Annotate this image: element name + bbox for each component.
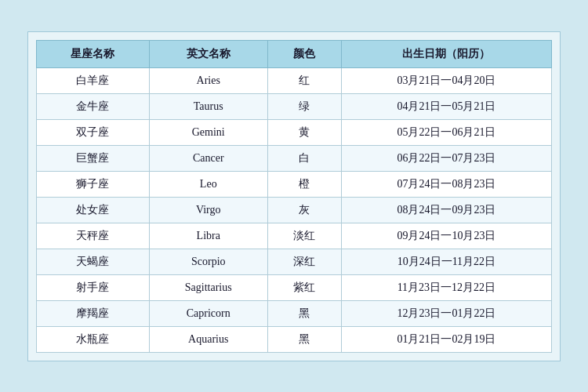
cell-dates: 04月21日一05月21日 bbox=[341, 93, 551, 119]
table-row: 水瓶座Aquarius黑01月21日一02月19日 bbox=[37, 326, 552, 352]
cell-english: Leo bbox=[149, 171, 267, 197]
cell-color: 黄 bbox=[267, 119, 341, 145]
table-row: 巨蟹座Cancer白06月22日一07月23日 bbox=[37, 145, 552, 171]
cell-chinese: 水瓶座 bbox=[37, 326, 150, 352]
cell-color: 橙 bbox=[267, 171, 341, 197]
cell-english: Scorpio bbox=[149, 249, 267, 274]
zodiac-table: 星座名称 英文名称 颜色 出生日期（阳历） 白羊座Aries红03月21日一04… bbox=[36, 40, 552, 353]
cell-english: Aries bbox=[149, 67, 267, 93]
table-row: 狮子座Leo橙07月24日一08月23日 bbox=[37, 171, 552, 197]
cell-dates: 10月24日一11月22日 bbox=[341, 249, 551, 274]
cell-color: 深红 bbox=[267, 249, 341, 274]
cell-color: 绿 bbox=[267, 93, 341, 119]
table-row: 天秤座Libra淡红09月24日一10月23日 bbox=[37, 223, 552, 249]
col-header-chinese: 星座名称 bbox=[37, 40, 150, 67]
cell-dates: 08月24日一09月23日 bbox=[341, 197, 551, 223]
cell-dates: 09月24日一10月23日 bbox=[341, 223, 551, 249]
cell-color: 淡红 bbox=[267, 223, 341, 249]
cell-english: Sagittarius bbox=[149, 274, 267, 300]
cell-dates: 12月23日一01月22日 bbox=[341, 300, 551, 326]
cell-chinese: 狮子座 bbox=[37, 171, 150, 197]
cell-english: Gemini bbox=[149, 119, 267, 145]
cell-color: 黑 bbox=[267, 326, 341, 352]
table-body: 白羊座Aries红03月21日一04月20日金牛座Taurus绿04月21日一0… bbox=[37, 67, 552, 352]
cell-dates: 07月24日一08月23日 bbox=[341, 171, 551, 197]
cell-english: Cancer bbox=[149, 145, 267, 171]
table-row: 射手座Sagittarius紫红11月23日一12月22日 bbox=[37, 274, 552, 300]
col-header-color: 颜色 bbox=[267, 40, 341, 67]
cell-english: Libra bbox=[149, 223, 267, 249]
cell-english: Taurus bbox=[149, 93, 267, 119]
cell-color: 紫红 bbox=[267, 274, 341, 300]
cell-chinese: 双子座 bbox=[37, 119, 150, 145]
cell-english: Aquarius bbox=[149, 326, 267, 352]
cell-chinese: 白羊座 bbox=[37, 67, 150, 93]
cell-english: Capricorn bbox=[149, 300, 267, 326]
cell-chinese: 天蝎座 bbox=[37, 249, 150, 274]
cell-dates: 05月22日一06月21日 bbox=[341, 119, 551, 145]
cell-chinese: 天秤座 bbox=[37, 223, 150, 249]
cell-color: 红 bbox=[267, 67, 341, 93]
cell-dates: 11月23日一12月22日 bbox=[341, 274, 551, 300]
table-row: 双子座Gemini黄05月22日一06月21日 bbox=[37, 119, 552, 145]
table-header-row: 星座名称 英文名称 颜色 出生日期（阳历） bbox=[37, 40, 552, 67]
cell-english: Virgo bbox=[149, 197, 267, 223]
cell-dates: 06月22日一07月23日 bbox=[341, 145, 551, 171]
table-row: 摩羯座Capricorn黑12月23日一01月22日 bbox=[37, 300, 552, 326]
cell-chinese: 处女座 bbox=[37, 197, 150, 223]
table-row: 处女座Virgo灰08月24日一09月23日 bbox=[37, 197, 552, 223]
cell-dates: 01月21日一02月19日 bbox=[341, 326, 551, 352]
cell-color: 白 bbox=[267, 145, 341, 171]
col-header-dates: 出生日期（阳历） bbox=[341, 40, 551, 67]
cell-chinese: 巨蟹座 bbox=[37, 145, 150, 171]
table-row: 天蝎座Scorpio深红10月24日一11月22日 bbox=[37, 249, 552, 274]
table-row: 金牛座Taurus绿04月21日一05月21日 bbox=[37, 93, 552, 119]
cell-chinese: 金牛座 bbox=[37, 93, 150, 119]
col-header-english: 英文名称 bbox=[149, 40, 267, 67]
cell-chinese: 摩羯座 bbox=[37, 300, 150, 326]
cell-dates: 03月21日一04月20日 bbox=[341, 67, 551, 93]
table-row: 白羊座Aries红03月21日一04月20日 bbox=[37, 67, 552, 93]
cell-color: 黑 bbox=[267, 300, 341, 326]
zodiac-table-container: 星座名称 英文名称 颜色 出生日期（阳历） 白羊座Aries红03月21日一04… bbox=[27, 31, 561, 361]
cell-chinese: 射手座 bbox=[37, 274, 150, 300]
cell-color: 灰 bbox=[267, 197, 341, 223]
